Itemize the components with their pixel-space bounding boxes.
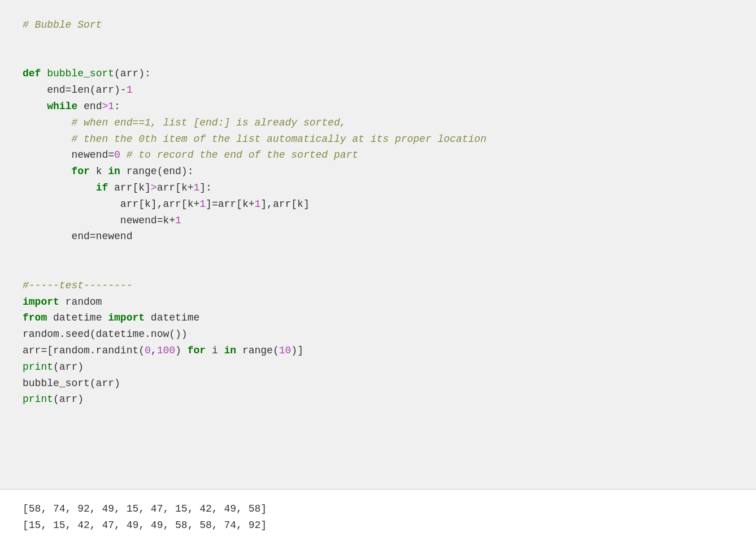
output-line-2: [15, 15, 42, 47, 49, 49, 58, 58, 74, 92]: [23, 517, 733, 534]
line-end2: end=newend: [23, 228, 733, 245]
line-seed: random.seed(datetime.now()): [23, 326, 733, 343]
line-print2: print(arr): [23, 391, 733, 408]
line-print1: print(arr): [23, 359, 733, 375]
line-empty-4: [23, 261, 733, 278]
line-import: import random: [23, 294, 733, 310]
line-for: for k in range(end):: [23, 163, 733, 180]
line-def: def bubble_sort(arr):: [23, 66, 733, 82]
line-swap: arr[k],arr[k+1]=arr[k+1],arr[k]: [23, 196, 733, 213]
line-end-assign: end=len(arr)-1: [23, 82, 733, 98]
line-empty-7: [23, 440, 733, 457]
output-section: [58, 74, 92, 49, 15, 47, 15, 42, 49, 58]…: [0, 489, 756, 545]
line-if: if arr[k]>arr[k+1]:: [23, 180, 733, 196]
line-empty-5: [23, 408, 733, 424]
line-empty-2: [23, 50, 733, 66]
line-while: while end>1:: [23, 98, 733, 115]
line-comment1: # when end==1, list [end:] is already so…: [23, 115, 733, 131]
line-bubble-call: bubble_sort(arr): [23, 375, 733, 392]
line-empty-1: [23, 33, 733, 50]
line-arr: arr=[random.randint(0,100) for i in rang…: [23, 343, 733, 359]
line-empty-3: [23, 245, 733, 261]
line-comment-test: #-----test--------: [23, 278, 733, 294]
line-from: from datetime import datetime: [23, 310, 733, 326]
editor-container: # Bubble Sort def bubble_sort(arr): end=…: [0, 0, 756, 545]
line-comment-title: # Bubble Sort: [23, 17, 733, 33]
output-line-1: [58, 74, 92, 49, 15, 47, 15, 42, 49, 58]: [23, 501, 733, 517]
line-empty-6: [23, 424, 733, 440]
line-newend2: newend=k+1: [23, 213, 733, 229]
code-section: # Bubble Sort def bubble_sort(arr): end=…: [0, 0, 756, 489]
line-newend-assign: newend=0 # to record the end of the sort…: [23, 147, 733, 163]
line-comment2: # then the 0th item of the list automati…: [23, 131, 733, 148]
